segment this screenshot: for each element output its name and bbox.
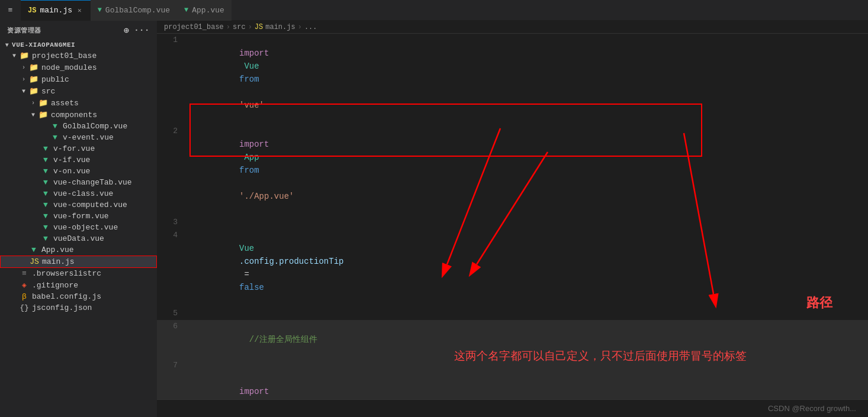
- tree-item-label: vue-form.vue: [53, 212, 157, 221]
- token-eq: =: [239, 270, 254, 279]
- tab-golbal-vue[interactable]: ▼ GolbalComp.vue: [91, 0, 177, 21]
- tree-item-v-if[interactable]: ▼ v-if.vue: [0, 154, 157, 166]
- vue-file-icon: ▼: [40, 189, 51, 198]
- vue-file-icon: ▼: [40, 156, 51, 164]
- token-from: from: [239, 75, 259, 84]
- browserslist-icon: ≡: [19, 269, 30, 278]
- tree-item-label: v-event.vue: [63, 133, 157, 142]
- line-content: import Vue from 'vue': [189, 34, 868, 125]
- vue-file-icon: ▼: [40, 178, 51, 187]
- line-number: 1: [157, 34, 189, 47]
- line-content: import GolbalComp from './components/Gol…: [189, 359, 868, 399]
- vue-file-icon: ▼: [50, 122, 60, 131]
- token-vue2: Vue: [239, 244, 254, 253]
- tab-main-js[interactable]: JS main.js ✕: [21, 0, 91, 21]
- tree-item-label: .browserslistrc: [32, 269, 157, 278]
- main-layout: 资源管理器 ⊕ ··· ▼ VUE-XIAOPANGMEI ▼ 📁 projec…: [0, 21, 868, 417]
- tree-item-vue-form[interactable]: ▼ vue-form.vue: [0, 211, 157, 222]
- token-string: './App.vue': [239, 192, 294, 201]
- tab-bar: ≡ JS main.js ✕ ▼ GolbalComp.vue ▼ App.vu…: [0, 0, 868, 21]
- tree-item-v-on[interactable]: ▼ v-on.vue: [0, 166, 157, 177]
- token-import: import: [239, 49, 269, 58]
- tree-item-components[interactable]: ▼ 📁 components: [0, 109, 157, 121]
- token-from: from: [239, 166, 259, 175]
- sidebar-actions[interactable]: ⊕ ···: [124, 25, 150, 35]
- vue-icon: ▼: [98, 6, 102, 14]
- code-line-2: 2 import App from './App.vue': [157, 125, 868, 216]
- tree-item-main-js[interactable]: JS main.js: [0, 256, 157, 268]
- crumb-src: src: [233, 23, 246, 31]
- tree-item-label: vue-changeTab.vue: [53, 178, 157, 187]
- tree-item-label: jsconfig.json: [32, 303, 157, 312]
- tree-item-label: v-if.vue: [53, 156, 157, 164]
- more-options-icon[interactable]: ···: [134, 25, 150, 35]
- crumb-mainjs: main.js: [265, 23, 295, 31]
- tree-root[interactable]: ▼ VUE-XIAOPANGMEI: [0, 40, 157, 50]
- arrow-icon: ›: [19, 76, 28, 83]
- tab-app-vue[interactable]: ▼ App.vue: [177, 0, 232, 21]
- tab-label: main.js: [40, 6, 72, 15]
- tree-item-node-modules[interactable]: › 📁 node_modules: [0, 62, 157, 73]
- code-line-3: 3: [157, 216, 868, 229]
- token-import: import: [239, 140, 269, 149]
- tab-explorer-icon: ≡: [0, 0, 21, 21]
- tree-item-browserslist[interactable]: ≡ .browserslistrc: [0, 268, 157, 279]
- tree-item-golbalcomp[interactable]: ▼ GolbalComp.vue: [0, 121, 157, 132]
- vue-file-icon: ▼: [28, 245, 39, 254]
- arrow-icon: ▼: [2, 42, 12, 49]
- tree-item-label: src: [41, 87, 157, 96]
- sidebar: 资源管理器 ⊕ ··· ▼ VUE-XIAOPANGMEI ▼ 📁 projec…: [0, 21, 157, 417]
- token-import: import: [239, 387, 269, 396]
- tree-item-vue-class[interactable]: ▼ vue-class.vue: [0, 188, 157, 199]
- tree-item-label: .gitignore: [32, 281, 157, 290]
- tab-close-button[interactable]: ✕: [76, 6, 83, 15]
- arrow-icon: ▼: [9, 53, 19, 59]
- annotation-bottom-note: 这两个名字都可以自己定义，只不过后面使用带冒号的标签: [454, 348, 747, 364]
- tree-item-label: vue-computed.vue: [53, 201, 157, 209]
- line-number: 4: [157, 229, 189, 242]
- tree-item-src[interactable]: ▼ 📁 src: [0, 85, 157, 97]
- token-space: [239, 179, 244, 188]
- tab-label: GolbalComp.vue: [105, 6, 170, 15]
- token-app: App: [239, 153, 264, 162]
- vue-file-icon: ▼: [40, 212, 51, 221]
- folder-icon: 📁: [38, 110, 49, 119]
- tree-item-project01[interactable]: ▼ 📁 project01_base: [0, 50, 157, 62]
- sidebar-title: 资源管理器: [7, 26, 41, 35]
- js-icon: JS: [28, 7, 36, 15]
- new-file-icon[interactable]: ⊕: [124, 25, 129, 35]
- vue-icon: ▼: [184, 6, 188, 14]
- folder-icon: 📁: [28, 86, 39, 96]
- token-string: 'vue': [239, 101, 264, 110]
- line-number: 2: [157, 125, 189, 138]
- arrow-icon: ›: [19, 64, 28, 71]
- tree-item-public[interactable]: › 📁 public: [0, 73, 157, 85]
- tree-item-label: v-for.vue: [53, 144, 157, 153]
- code-line-7: 7 import GolbalComp from './components/G…: [157, 359, 868, 399]
- arrow-icon: ›: [28, 100, 38, 106]
- token-space: [239, 374, 249, 383]
- folder-icon: 📁: [28, 75, 39, 84]
- tree-item-v-event[interactable]: ▼ v-event.vue: [0, 132, 157, 143]
- token-vue: Vue: [239, 62, 264, 71]
- tree-item-vue-changetab[interactable]: ▼ vue-changeTab.vue: [0, 177, 157, 188]
- tree-item-vue-object[interactable]: ▼ vue-object.vue: [0, 222, 157, 233]
- line-number: 3: [157, 216, 189, 229]
- token-config: .config.productionTip: [239, 257, 343, 266]
- tree-item-app-vue[interactable]: ▼ App.vue: [0, 244, 157, 256]
- tree-item-gitignore[interactable]: ◈ .gitignore: [0, 279, 157, 291]
- root-label: VUE-XIAOPANGMEI: [12, 41, 75, 49]
- crumb-sep: ›: [298, 23, 302, 31]
- code-line-5: 5: [157, 307, 868, 320]
- tree-item-jsconfig[interactable]: {} jsconfig.json: [0, 302, 157, 313]
- tree-item-vue-computed[interactable]: ▼ vue-computed.vue: [0, 199, 157, 211]
- vue-file-icon: ▼: [40, 223, 51, 232]
- crumb-sep: ›: [248, 23, 252, 31]
- tree-item-babel[interactable]: β babel.config.js: [0, 291, 157, 302]
- tree-item-label: project01_base: [32, 51, 157, 60]
- tree-item-v-for[interactable]: ▼ v-for.vue: [0, 143, 157, 154]
- arrow-icon: ▼: [28, 112, 38, 118]
- arrow-icon: ▼: [19, 88, 28, 95]
- tree-item-vuedata[interactable]: ▼ vueData.vue: [0, 233, 157, 244]
- tree-item-assets[interactable]: › 📁 assets: [0, 97, 157, 109]
